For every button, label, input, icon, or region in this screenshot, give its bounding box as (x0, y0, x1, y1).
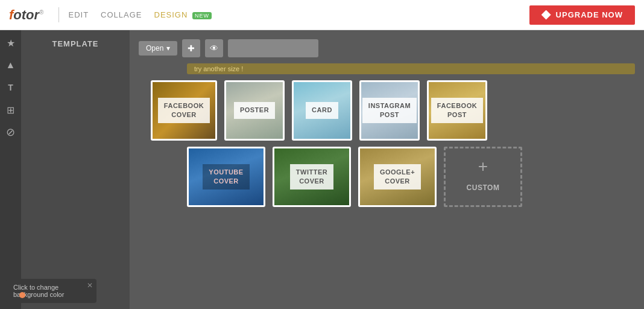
sidebar-icon-star[interactable]: ★ (4, 36, 17, 49)
template-label-poster: POSTER (234, 102, 275, 118)
sidebar-icon-grid[interactable]: ⊞ (4, 103, 17, 116)
close-notification-icon[interactable]: ✕ (87, 281, 93, 290)
toolbar: Open ▾ ✚ 👁 (139, 39, 635, 57)
eye-icon[interactable]: 👁 (205, 39, 223, 57)
template-google-cover[interactable]: GOOGLE+ COVER (358, 147, 437, 207)
nav-collage[interactable]: COLLAGE (101, 10, 142, 19)
template-grid-row2: YOUTUBE COVER TWITTER COVER GOOGLE+ COVE… (139, 147, 635, 207)
nav-divider (58, 7, 59, 22)
template-label-card: CARD (306, 102, 338, 118)
template-poster[interactable]: POSTER (224, 80, 285, 141)
template-facebook-post[interactable]: FACEBOOK POST (427, 80, 487, 141)
template-facebook-cover[interactable]: FACEBOOK COVER (151, 80, 217, 141)
logo-symbol: ® (39, 8, 43, 15)
template-twitter-cover[interactable]: TWITTER COVER (273, 147, 351, 207)
template-custom[interactable]: + CUSTOM (444, 147, 522, 207)
sidebar-icon-triangle[interactable]: ▲ (4, 59, 17, 72)
header: fotor® EDIT COLLAGE DESIGN NEW UPGRADE N… (0, 0, 644, 30)
search-input[interactable] (228, 39, 318, 57)
nav-design[interactable]: DESIGN NEW (154, 10, 212, 19)
main-layout: ★ ▲ T ⊞ ⊘ TEMPLATE Open ▾ ✚ 👁 try anothe… (0, 30, 644, 309)
background-notification: ✕ Click to change background color (6, 279, 96, 303)
template-label-youtube-cover: YOUTUBE COVER (203, 164, 249, 190)
open-button[interactable]: Open ▾ (139, 41, 177, 56)
sidebar: ★ ▲ T ⊞ ⊘ (0, 30, 21, 309)
template-panel-title: TEMPLATE (27, 39, 124, 48)
try-another-size[interactable]: try another size ! (187, 63, 635, 74)
sidebar-icon-slash[interactable]: ⊘ (4, 126, 17, 139)
new-badge: NEW (192, 12, 212, 19)
template-instagram-post[interactable]: INSTAGRAM POST (359, 80, 420, 141)
template-label-instagram-post: INSTAGRAM POST (362, 98, 417, 124)
plus-icon: + (478, 157, 488, 176)
notification-dot (19, 292, 25, 298)
add-icon[interactable]: ✚ (182, 39, 200, 57)
upgrade-button[interactable]: UPGRADE NOW (529, 5, 635, 25)
template-panel: TEMPLATE (21, 30, 130, 309)
template-label-facebook-cover: FACEBOOK COVER (158, 98, 210, 124)
template-label-twitter-cover: TWITTER COVER (290, 164, 333, 190)
nav-edit[interactable]: EDIT (68, 10, 89, 19)
template-grid-row1: FACEBOOK COVER POSTER CARD INSTAGRAM POS… (139, 74, 635, 147)
template-card[interactable]: CARD (292, 80, 352, 141)
template-youtube-cover[interactable]: YOUTUBE COVER (187, 147, 265, 207)
template-label-google-cover: GOOGLE+ COVER (374, 164, 421, 190)
diamond-icon (541, 10, 551, 20)
sidebar-icon-text[interactable]: T (4, 81, 17, 94)
template-label-facebook-post: FACEBOOK POST (431, 98, 483, 124)
template-label-custom: CUSTOM (461, 179, 506, 197)
content-area: Open ▾ ✚ 👁 try another size ! FACEBOOK C… (130, 30, 644, 309)
chevron-down-icon: ▾ (166, 44, 170, 53)
logo[interactable]: fotor® (9, 7, 43, 23)
